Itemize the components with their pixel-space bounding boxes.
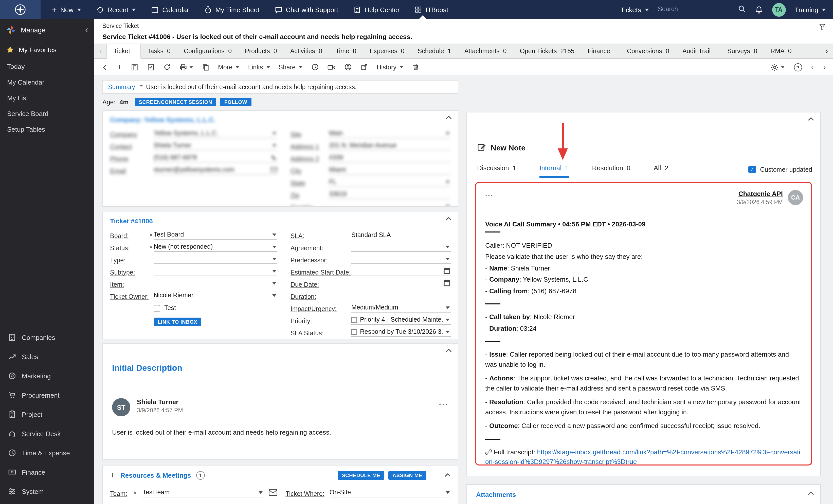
tab-configurations[interactable]: Configurations0 [177,44,238,58]
duration-field[interactable] [351,291,451,300]
envelope-icon[interactable] [269,489,277,496]
estimated-start-date-field[interactable] [351,267,451,276]
sidebar-item-finance[interactable]: Finance [0,462,94,482]
tab-products[interactable]: Products0 [238,44,284,58]
sla-status-select[interactable]: Respond by Tue 3/10/2026 3... [351,327,451,337]
filter-icon[interactable] [819,23,826,30]
sidebar-item-procurement[interactable]: Procurement [0,385,94,405]
refresh-icon[interactable] [163,63,171,71]
collapse-resources-icon[interactable] [445,473,451,477]
tab-ticket[interactable]: Ticket [106,44,141,59]
add-resource-icon[interactable]: + [110,471,115,480]
company-field[interactable]: Yellow Systems, L.L.C. [153,129,277,138]
country-field[interactable] [329,202,451,207]
tickets-menu[interactable]: Tickets [621,6,649,14]
sla-label[interactable]: SLA: [290,232,351,240]
priority-select[interactable]: Priority 4 - Scheduled Mainte... [351,315,451,325]
delete-icon[interactable] [412,63,419,71]
customer-updated-checkbox[interactable]: ✓ [748,166,756,173]
estimated-start-label[interactable]: Estimated Start Date: [290,269,351,276]
description-menu-icon[interactable]: ... [439,398,449,407]
sidebar-brand[interactable]: Manage ‹ [0,19,94,41]
user-avatar[interactable]: TA [772,3,786,17]
help-center-link[interactable]: Help Center [353,6,400,14]
type-label[interactable]: Type: [110,257,148,264]
collapse-attachments-icon[interactable] [808,492,814,496]
predecessor-select[interactable] [351,254,451,264]
resources-title[interactable]: Resources & Meetings [120,471,191,479]
status-label[interactable]: Status: [110,245,148,252]
tab-conversions[interactable]: Conversions0 [620,44,676,58]
tab-activities[interactable]: Activities0 [284,44,329,58]
summary-value[interactable]: User is locked out of their e-mail accou… [146,83,357,91]
camera-icon[interactable] [328,64,336,71]
state-field[interactable]: FL [329,177,451,187]
contact-icon[interactable] [344,63,352,71]
calendar-picker-icon[interactable] [443,280,451,287]
link-to-inbox-button[interactable]: LINK TO INBOX [153,318,201,326]
impact-urgency-select[interactable]: Medium/Medium [351,303,451,312]
search-icon[interactable] [738,5,745,12]
sidebar-item-service-board[interactable]: Service Board [0,106,94,122]
add-icon[interactable]: + [117,63,122,71]
collapse-ticket-icon[interactable] [446,217,452,221]
tab-surveys[interactable]: Surveys0 [721,44,764,58]
sidebar-item-setup-tables[interactable]: Setup Tables [0,122,94,137]
next-record-icon[interactable]: › [823,63,826,71]
sla-status-label[interactable]: SLA Status: [290,330,351,337]
sidebar-item-today[interactable]: Today [0,59,94,74]
ticket-owner-select[interactable]: Nicole Riemer [153,291,277,300]
tab-attachments[interactable]: Attachments0 [458,44,513,58]
sidebar-item-project[interactable]: Project [0,405,94,424]
note-menu-icon[interactable]: ... [485,190,494,198]
tab-schedule[interactable]: Schedule1 [411,44,457,58]
site-field[interactable]: Main [329,129,451,138]
tab-time[interactable]: Time0 [329,44,363,58]
settings-gear-icon[interactable] [770,63,785,71]
team-select[interactable]: TestTeam [142,488,264,498]
notes-tab-all[interactable]: All2 [654,164,668,178]
assign-me-button[interactable]: ASSIGN ME [388,471,426,479]
board-label[interactable]: Board: [110,232,148,240]
tab-finance[interactable]: Finance [581,44,620,58]
history-menu[interactable]: History [377,64,404,71]
type-select[interactable] [153,254,277,264]
agreement-select[interactable] [351,242,451,252]
sidebar-collapse-icon[interactable]: ‹ [85,25,88,34]
tabs-scroll-right-icon[interactable]: › [821,44,832,58]
subtype-label[interactable]: Subtype: [110,269,148,276]
attachments-title[interactable]: Attachments [476,490,516,498]
back-icon[interactable] [101,64,109,71]
tab-open-tickets[interactable]: Open Tickets2155 [513,44,581,58]
ticket-where-label[interactable]: Ticket Where: [285,490,324,498]
priority-label[interactable]: Priority: [290,318,351,325]
copy-icon[interactable] [202,63,209,71]
user-menu[interactable]: Training [795,6,826,14]
calendar-link[interactable]: Calendar [151,6,189,14]
new-note-header[interactable]: New Note [475,143,812,152]
save-close-icon[interactable] [147,63,154,71]
tab-rma[interactable]: RMA0 [764,44,798,58]
prev-record-icon[interactable]: ‹ [811,63,814,71]
sidebar-item-system[interactable]: System [0,482,94,501]
tab-tasks[interactable]: Tasks0 [141,44,177,58]
note-author-link[interactable]: Chatgenie API [737,190,783,198]
follow-button[interactable]: FOLLOW [220,98,251,106]
sidebar-item-my-list[interactable]: My List [0,90,94,106]
ticket-owner-label[interactable]: Ticket Owner: [110,293,148,300]
predecessor-label[interactable]: Predecessor: [290,257,351,264]
open-in-new-icon[interactable] [360,63,368,71]
more-menu[interactable]: More [218,64,240,71]
due-date-field[interactable] [351,279,451,288]
notes-tab-resolution[interactable]: Resolution0 [592,164,630,178]
share-menu[interactable]: Share [279,64,303,71]
duration-label[interactable]: Duration: [290,293,351,300]
time-clock-icon[interactable] [311,63,319,71]
collapse-description-icon[interactable] [446,349,452,353]
help-icon[interactable]: ? [794,63,802,71]
board-select[interactable]: Test Board [153,230,277,240]
recent-menu[interactable]: Recent [96,6,136,14]
contact-field[interactable]: Shiela Turner [153,141,277,150]
search-input[interactable] [658,5,734,12]
sidebar-item-marketing[interactable]: Marketing [0,366,94,385]
